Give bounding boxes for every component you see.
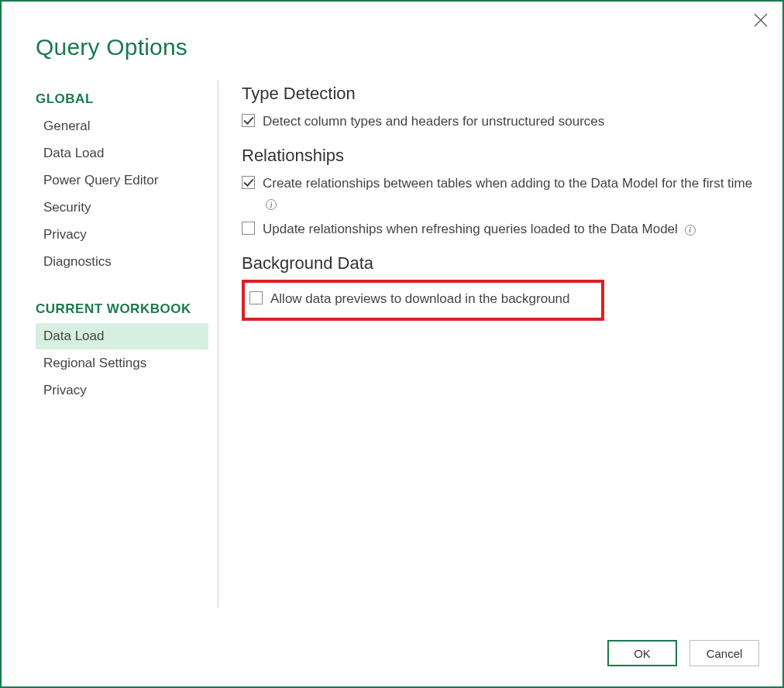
sidebar-item-privacy-workbook[interactable]: Privacy — [36, 377, 208, 404]
option-label: Detect column types and headers for unst… — [263, 112, 604, 132]
sidebar-header-current-workbook: CURRENT WORKBOOK — [36, 301, 208, 317]
option-allow-background-previews[interactable]: Allow data previews to download in the b… — [249, 289, 593, 309]
dialog-title: Query Options — [2, 2, 782, 60]
sidebar-item-data-load-global[interactable]: Data Load — [36, 140, 208, 167]
sidebar-item-data-load-workbook[interactable]: Data Load — [36, 323, 208, 349]
sidebar-item-regional-settings[interactable]: Regional Settings — [36, 350, 208, 377]
highlight-annotation: Allow data previews to download in the b… — [242, 280, 604, 320]
option-label: Update relationships when refreshing que… — [263, 219, 696, 239]
option-update-relationships[interactable]: Update relationships when refreshing que… — [242, 219, 765, 239]
content-panel: Type Detection Detect column types and h… — [218, 81, 765, 607]
sidebar-item-general[interactable]: General — [36, 113, 208, 139]
group-title-background-data: Background Data — [242, 253, 765, 273]
group-title-type-detection: Type Detection — [242, 84, 765, 104]
option-label: Allow data previews to download in the b… — [270, 289, 570, 309]
cancel-button[interactable]: Cancel — [689, 640, 759, 666]
close-button[interactable] — [753, 12, 769, 28]
option-label: Create relationships between tables when… — [263, 174, 765, 215]
info-icon[interactable]: i — [266, 199, 277, 210]
sidebar-item-diagnostics[interactable]: Diagnostics — [36, 249, 208, 275]
group-title-relationships: Relationships — [242, 146, 765, 166]
checkbox-icon — [242, 222, 255, 235]
sidebar-header-global: GLOBAL — [36, 91, 208, 107]
sidebar-item-power-query-editor[interactable]: Power Query Editor — [36, 167, 208, 194]
sidebar: GLOBAL General Data Load Power Query Edi… — [36, 81, 218, 607]
query-options-dialog: Query Options GLOBAL General Data Load P… — [0, 0, 784, 688]
sidebar-item-security[interactable]: Security — [36, 194, 208, 221]
checkbox-icon — [249, 291, 263, 304]
dialog-footer: OK Cancel — [607, 640, 759, 666]
close-icon — [753, 12, 769, 28]
ok-button[interactable]: OK — [607, 640, 677, 666]
sidebar-item-privacy-global[interactable]: Privacy — [36, 222, 208, 248]
option-detect-column-types[interactable]: Detect column types and headers for unst… — [242, 112, 765, 132]
info-icon[interactable]: i — [685, 225, 696, 236]
checkbox-icon — [242, 114, 255, 127]
checkbox-icon — [242, 176, 255, 189]
option-create-relationships[interactable]: Create relationships between tables when… — [242, 174, 765, 215]
